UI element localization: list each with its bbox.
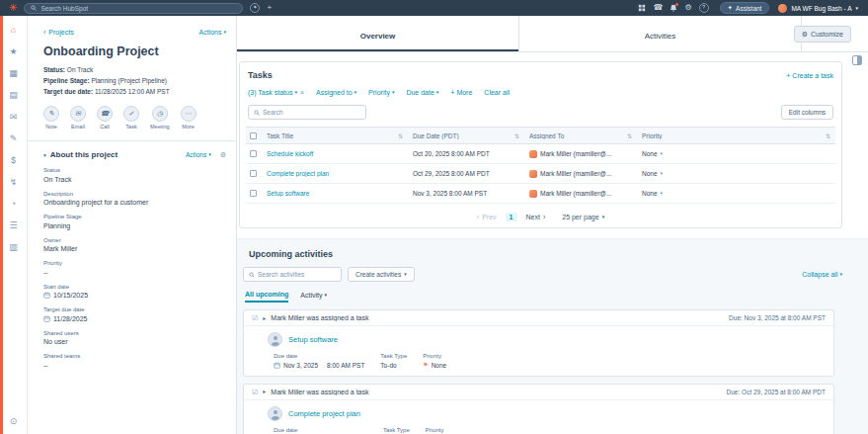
marketplace-icon[interactable]	[638, 4, 646, 12]
help-icon[interactable]: ?	[699, 3, 709, 13]
account-avatar	[778, 4, 787, 13]
nav-bookmarks-icon[interactable]: ★	[9, 47, 17, 56]
customize-button[interactable]: ⚙ Customize	[794, 26, 851, 43]
row-checkbox[interactable]	[250, 190, 257, 197]
property-pipeline-stage: Pipeline Stage Planning	[43, 214, 226, 229]
tab-activity-filter[interactable]: Activity ▾	[300, 291, 327, 303]
nav-library-icon[interactable]: ▥	[9, 243, 18, 252]
nav-home-icon[interactable]: ⌂	[11, 26, 16, 35]
nav-crm-icon[interactable]: ▤	[9, 91, 18, 100]
next-page-button[interactable]: Next›	[526, 214, 546, 220]
collapse-caret-icon[interactable]: ▾	[43, 152, 46, 158]
priority-dropdown[interactable]: None▾	[637, 170, 835, 177]
activity-card: ☑ ▸ Mark Miller was assigned a task Due:…	[243, 309, 834, 377]
about-settings-icon[interactable]: ⚙	[220, 151, 226, 158]
filter-priority[interactable]: Priority ▾	[368, 89, 394, 96]
activities-search-input[interactable]	[258, 271, 336, 278]
expand-chevron-icon[interactable]: ▸	[263, 315, 266, 321]
clear-all-link[interactable]: Clear all	[484, 89, 510, 96]
create-activities-dropdown[interactable]: Create activities ▾	[348, 267, 415, 282]
more-filters-link[interactable]: + More	[450, 89, 472, 96]
more-button[interactable]: ⋯More	[181, 106, 197, 130]
assistant-label: Assistant	[736, 5, 761, 12]
task-row: Schedule kickoff Oct 20, 2025 8:00 AM PD…	[246, 144, 835, 164]
select-all-checkbox[interactable]	[250, 132, 257, 139]
prev-page-button[interactable]: ‹Prev	[477, 214, 497, 220]
task-search-input[interactable]	[263, 109, 360, 116]
sort-icon[interactable]: ⇅	[627, 132, 632, 139]
chevron-down-icon: ▾	[392, 90, 395, 95]
nav-reporting-icon[interactable]: ◔	[11, 200, 16, 209]
user-guide-icon[interactable]: ⊙	[10, 417, 18, 426]
about-actions-dropdown[interactable]: Actions ▾	[186, 151, 211, 158]
sort-icon[interactable]: ⇅	[398, 132, 403, 139]
side-panel-icon[interactable]	[852, 55, 862, 65]
upcoming-activities-section: Upcoming activities Create activities ▾ …	[237, 238, 868, 434]
quick-actions: ✎Note ✉Email ☎Call ✓Task ◷Meeting ⋯More	[43, 106, 226, 130]
avatar	[268, 406, 282, 421]
collapse-all-dropdown[interactable]: Collapse all ▾	[802, 271, 842, 278]
record-tabs: Overview Activities ⚙ Customize	[237, 16, 868, 52]
copilot-icon[interactable]: ✦	[250, 3, 260, 13]
nav-marketing-icon[interactable]: ✉	[10, 113, 18, 122]
record-sidebar: ‹ Projects Actions ▾ Onboarding Project …	[28, 16, 237, 434]
note-button[interactable]: ✎Note	[43, 106, 59, 130]
create-icon[interactable]: +	[267, 4, 272, 12]
task-type-field: Task Type To-do	[383, 427, 410, 434]
task-title-link[interactable]: Complete project plan	[267, 170, 329, 177]
nav-automation-icon[interactable]: ↯	[10, 178, 18, 187]
row-checkbox[interactable]	[250, 150, 257, 157]
chevron-down-icon: ▾	[839, 272, 842, 277]
filter-assigned-to[interactable]: Assigned to ▾	[316, 89, 356, 96]
chevron-left-icon: ‹	[477, 214, 479, 220]
tab-all-upcoming[interactable]: All upcoming	[245, 291, 288, 303]
activity-header: Mark Miller was assigned a task	[271, 389, 721, 395]
priority-dropdown[interactable]: None▾	[637, 190, 835, 197]
expand-chevron-icon[interactable]: ▸	[263, 389, 266, 394]
record-actions-dropdown[interactable]: Actions ▾	[199, 29, 226, 36]
nav-workspaces-icon[interactable]: ▦	[9, 69, 18, 78]
global-search-input[interactable]: Search HubSpot	[24, 3, 243, 14]
chevron-down-icon: ▾	[355, 90, 357, 95]
assistant-button[interactable]: ✦ Assistant	[720, 2, 770, 14]
per-page-dropdown[interactable]: 25 per page▾	[562, 214, 604, 220]
task-icon: ✓	[128, 110, 134, 118]
avatar	[268, 332, 282, 347]
edit-columns-button[interactable]: Edit columns	[781, 105, 833, 120]
tab-activities[interactable]: Activities	[519, 16, 802, 51]
create-task-link[interactable]: + Create a task	[786, 72, 833, 79]
sort-icon[interactable]: ⇅	[514, 132, 519, 139]
clear-status-filter-icon[interactable]: ×	[300, 89, 304, 96]
task-icon: ☑	[252, 389, 258, 395]
email-button[interactable]: ✉Email	[70, 106, 86, 130]
notifications-icon[interactable]	[670, 4, 677, 12]
hubspot-app: ✳ Search HubSpot ✦ + ☎ ⚙ ? ✦ Assistant M…	[0, 0, 868, 434]
account-menu[interactable]: MA WF Bug Bash - A ▾	[778, 4, 858, 13]
calls-icon[interactable]: ☎	[653, 4, 663, 12]
sort-icon[interactable]: ⇅	[826, 132, 830, 139]
main-panel: Overview Activities ⚙ Customize Tasks + …	[237, 16, 868, 434]
priority-dropdown[interactable]: None▾	[637, 150, 835, 157]
summary-target-due-date: Target due date: 11/28/2025 12:00 AM PST	[43, 86, 226, 97]
hubspot-logo-icon[interactable]: ✳	[9, 3, 17, 13]
task-title-link[interactable]: Schedule kickoff	[267, 150, 313, 157]
back-to-projects-link[interactable]: ‹ Projects	[43, 29, 74, 36]
meeting-button[interactable]: ◷Meeting	[150, 106, 170, 130]
call-button[interactable]: ☎Call	[97, 106, 113, 130]
activity-task-link[interactable]: Setup software	[288, 335, 338, 344]
assignee-avatar	[529, 150, 537, 158]
page-number[interactable]: 1	[506, 213, 517, 221]
nav-data-icon[interactable]: ☰	[9, 221, 17, 230]
settings-icon[interactable]: ⚙	[684, 4, 691, 12]
activity-task-link[interactable]: Complete project plan	[288, 409, 360, 418]
filter-task-status[interactable]: (3) Task status ▾ ×	[248, 89, 304, 96]
chevron-down-icon: ▾	[223, 30, 226, 35]
email-icon: ✉	[75, 110, 81, 118]
tab-overview[interactable]: Overview	[237, 16, 519, 51]
task-title-link[interactable]: Setup software	[267, 190, 309, 197]
nav-commerce-icon[interactable]: $	[11, 156, 16, 165]
task-button[interactable]: ✓Task	[123, 106, 139, 130]
nav-content-icon[interactable]: ✎	[10, 134, 18, 143]
row-checkbox[interactable]	[250, 170, 257, 177]
filter-due-date[interactable]: Due date ▾	[406, 89, 438, 96]
